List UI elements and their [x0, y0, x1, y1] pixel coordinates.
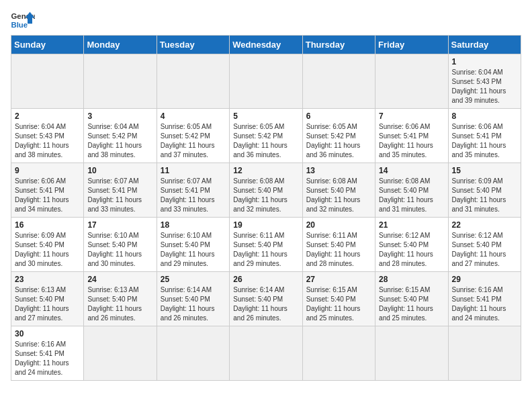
- day-number: 12: [233, 166, 298, 175]
- day-number: 4: [161, 111, 226, 121]
- calendar-cell: 19Sunrise: 6:11 AM Sunset: 5:40 PM Dayli…: [230, 218, 302, 272]
- calendar-cell: 23Sunrise: 6:13 AM Sunset: 5:40 PM Dayli…: [11, 272, 84, 326]
- calendar-cell: 6Sunrise: 6:05 AM Sunset: 5:42 PM Daylig…: [302, 109, 375, 163]
- calendar-cell: [11, 54, 84, 109]
- calendar-cell: [448, 326, 521, 381]
- day-number: 9: [15, 166, 80, 175]
- calendar-cell: 18Sunrise: 6:10 AM Sunset: 5:40 PM Dayli…: [157, 218, 229, 272]
- calendar-week-4: 23Sunrise: 6:13 AM Sunset: 5:40 PM Dayli…: [11, 272, 521, 326]
- day-number: 11: [161, 166, 226, 175]
- day-info: Sunrise: 6:08 AM Sunset: 5:40 PM Dayligh…: [233, 177, 298, 214]
- calendar-cell: [84, 326, 157, 381]
- col-header-saturday: Saturday: [448, 36, 521, 54]
- day-info: Sunrise: 6:16 AM Sunset: 5:41 PM Dayligh…: [452, 285, 517, 323]
- calendar-cell: 28Sunrise: 6:15 AM Sunset: 5:40 PM Dayli…: [375, 272, 448, 326]
- day-number: 23: [15, 275, 80, 284]
- day-number: 14: [379, 166, 444, 175]
- calendar-cell: 13Sunrise: 6:08 AM Sunset: 5:40 PM Dayli…: [302, 163, 375, 218]
- calendar-cell: [302, 54, 375, 109]
- day-info: Sunrise: 6:07 AM Sunset: 5:41 PM Dayligh…: [161, 177, 226, 214]
- calendar-cell: 1Sunrise: 6:04 AM Sunset: 5:43 PM Daylig…: [448, 54, 521, 109]
- day-info: Sunrise: 6:04 AM Sunset: 5:42 PM Dayligh…: [87, 122, 152, 160]
- calendar-cell: [230, 326, 302, 381]
- calendar-cell: 25Sunrise: 6:14 AM Sunset: 5:40 PM Dayli…: [157, 272, 229, 326]
- col-header-monday: Monday: [84, 36, 157, 54]
- day-info: Sunrise: 6:07 AM Sunset: 5:41 PM Dayligh…: [87, 177, 152, 214]
- day-info: Sunrise: 6:05 AM Sunset: 5:42 PM Dayligh…: [306, 122, 371, 160]
- calendar-week-1: 2Sunrise: 6:04 AM Sunset: 5:43 PM Daylig…: [11, 109, 521, 163]
- day-number: 19: [233, 220, 298, 230]
- day-number: 18: [161, 220, 226, 230]
- day-info: Sunrise: 6:05 AM Sunset: 5:42 PM Dayligh…: [233, 122, 298, 160]
- calendar-cell: 24Sunrise: 6:13 AM Sunset: 5:40 PM Dayli…: [84, 272, 157, 326]
- calendar-week-2: 9Sunrise: 6:06 AM Sunset: 5:41 PM Daylig…: [11, 163, 521, 218]
- day-number: 3: [87, 111, 152, 121]
- day-info: Sunrise: 6:15 AM Sunset: 5:40 PM Dayligh…: [306, 285, 371, 323]
- header-row: SundayMondayTuesdayWednesdayThursdayFrid…: [11, 36, 521, 54]
- calendar-cell: [302, 326, 375, 381]
- day-info: Sunrise: 6:13 AM Sunset: 5:40 PM Dayligh…: [15, 285, 80, 323]
- day-info: Sunrise: 6:10 AM Sunset: 5:40 PM Dayligh…: [161, 231, 226, 269]
- calendar-cell: [157, 326, 229, 381]
- day-number: 22: [452, 220, 517, 230]
- day-number: 17: [87, 220, 152, 230]
- calendar-cell: 4Sunrise: 6:05 AM Sunset: 5:42 PM Daylig…: [157, 109, 229, 163]
- day-number: 13: [306, 166, 371, 175]
- col-header-thursday: Thursday: [302, 36, 375, 54]
- calendar-week-3: 16Sunrise: 6:09 AM Sunset: 5:40 PM Dayli…: [11, 218, 521, 272]
- day-number: 6: [306, 111, 371, 121]
- calendar-cell: 14Sunrise: 6:08 AM Sunset: 5:40 PM Dayli…: [375, 163, 448, 218]
- calendar-cell: 5Sunrise: 6:05 AM Sunset: 5:42 PM Daylig…: [230, 109, 302, 163]
- day-info: Sunrise: 6:04 AM Sunset: 5:43 PM Dayligh…: [452, 68, 517, 105]
- col-header-sunday: Sunday: [11, 36, 84, 54]
- calendar-week-5: 30Sunrise: 6:16 AM Sunset: 5:41 PM Dayli…: [11, 326, 521, 381]
- day-info: Sunrise: 6:05 AM Sunset: 5:42 PM Dayligh…: [161, 122, 226, 160]
- day-info: Sunrise: 6:12 AM Sunset: 5:40 PM Dayligh…: [379, 231, 444, 269]
- calendar-cell: [157, 54, 229, 109]
- day-info: Sunrise: 6:10 AM Sunset: 5:40 PM Dayligh…: [87, 231, 152, 269]
- calendar-week-0: 1Sunrise: 6:04 AM Sunset: 5:43 PM Daylig…: [11, 54, 521, 109]
- day-number: 5: [233, 111, 298, 121]
- day-info: Sunrise: 6:06 AM Sunset: 5:41 PM Dayligh…: [452, 122, 517, 160]
- day-info: Sunrise: 6:16 AM Sunset: 5:41 PM Dayligh…: [15, 340, 80, 377]
- day-info: Sunrise: 6:08 AM Sunset: 5:40 PM Dayligh…: [306, 177, 371, 214]
- day-info: Sunrise: 6:14 AM Sunset: 5:40 PM Dayligh…: [161, 285, 226, 323]
- day-number: 30: [15, 329, 80, 338]
- day-info: Sunrise: 6:15 AM Sunset: 5:40 PM Dayligh…: [379, 285, 444, 323]
- day-info: Sunrise: 6:12 AM Sunset: 5:40 PM Dayligh…: [452, 231, 517, 269]
- col-header-wednesday: Wednesday: [230, 36, 302, 54]
- calendar-cell: 17Sunrise: 6:10 AM Sunset: 5:40 PM Dayli…: [84, 218, 157, 272]
- logo: General Blue: [11, 11, 35, 30]
- day-number: 15: [452, 166, 517, 175]
- day-info: Sunrise: 6:09 AM Sunset: 5:40 PM Dayligh…: [452, 177, 517, 214]
- svg-text:Blue: Blue: [11, 21, 28, 29]
- day-number: 20: [306, 220, 371, 230]
- page-header: General Blue: [11, 11, 521, 30]
- day-number: 27: [306, 275, 371, 284]
- day-number: 8: [452, 111, 517, 121]
- calendar-cell: 16Sunrise: 6:09 AM Sunset: 5:40 PM Dayli…: [11, 218, 84, 272]
- calendar-cell: [84, 54, 157, 109]
- calendar-cell: 12Sunrise: 6:08 AM Sunset: 5:40 PM Dayli…: [230, 163, 302, 218]
- calendar-cell: 22Sunrise: 6:12 AM Sunset: 5:40 PM Dayli…: [448, 218, 521, 272]
- day-number: 10: [87, 166, 152, 175]
- calendar-cell: 9Sunrise: 6:06 AM Sunset: 5:41 PM Daylig…: [11, 163, 84, 218]
- day-info: Sunrise: 6:08 AM Sunset: 5:40 PM Dayligh…: [379, 177, 444, 214]
- day-number: 29: [452, 275, 517, 284]
- day-info: Sunrise: 6:13 AM Sunset: 5:40 PM Dayligh…: [87, 285, 152, 323]
- calendar-cell: 8Sunrise: 6:06 AM Sunset: 5:41 PM Daylig…: [448, 109, 521, 163]
- col-header-friday: Friday: [375, 36, 448, 54]
- calendar-cell: 3Sunrise: 6:04 AM Sunset: 5:42 PM Daylig…: [84, 109, 157, 163]
- col-header-tuesday: Tuesday: [157, 36, 229, 54]
- logo-icon: General Blue: [11, 11, 35, 30]
- calendar-cell: 30Sunrise: 6:16 AM Sunset: 5:41 PM Dayli…: [11, 326, 84, 381]
- calendar-cell: [375, 326, 448, 381]
- day-info: Sunrise: 6:11 AM Sunset: 5:40 PM Dayligh…: [306, 231, 371, 269]
- day-number: 1: [452, 57, 517, 66]
- day-number: 2: [15, 111, 80, 121]
- calendar-cell: [375, 54, 448, 109]
- day-info: Sunrise: 6:11 AM Sunset: 5:40 PM Dayligh…: [233, 231, 298, 269]
- day-number: 24: [87, 275, 152, 284]
- day-info: Sunrise: 6:14 AM Sunset: 5:40 PM Dayligh…: [233, 285, 298, 323]
- calendar-cell: 20Sunrise: 6:11 AM Sunset: 5:40 PM Dayli…: [302, 218, 375, 272]
